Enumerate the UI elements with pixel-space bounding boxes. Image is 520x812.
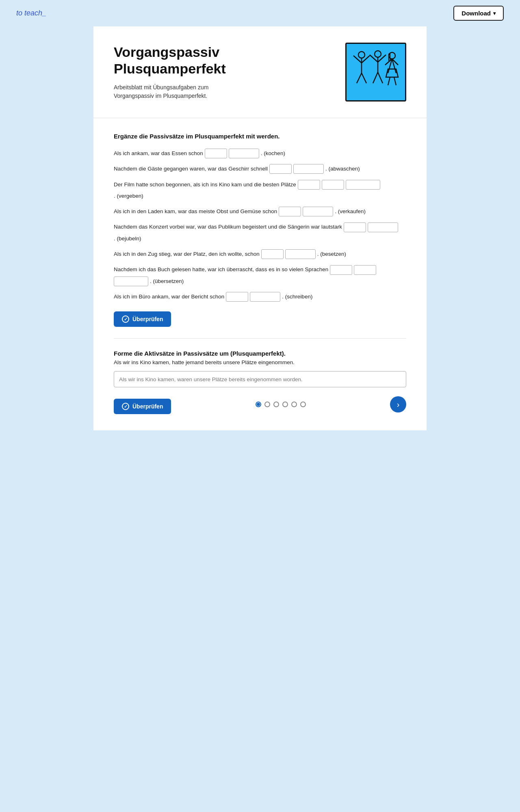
main-container: Vorgangspassiv Plusquamperfekt Arbeitsbl… [89,26,431,430]
exercise1: Ergänze die Passivsätze im Plusquamperfe… [114,133,406,327]
svg-line-10 [373,72,378,83]
exercise1-row-7: Nachdem ich das Buch gelesen hatte, war … [114,265,406,286]
pagination-dot-4[interactable] [282,402,288,407]
row5-input2[interactable] [368,222,398,232]
svg-line-9 [378,55,386,62]
row7-input1[interactable] [330,265,352,275]
row1-input1[interactable] [205,149,227,158]
svg-line-8 [370,55,378,62]
exercise1-row-1: Als ich ankam, war das Essen schon . (ko… [114,149,406,158]
check-icon-2: ✓ [122,403,129,410]
svg-line-3 [362,56,370,63]
next-button[interactable]: › [390,396,406,412]
row1-input2[interactable] [229,149,259,158]
row5-input1[interactable] [344,222,366,232]
exercise2-check-button[interactable]: ✓ Überprüfen [114,399,171,414]
pagination-dot-1[interactable] [256,402,261,407]
page-title: Vorgangspassiv Plusquamperfekt [114,44,244,77]
section-divider [114,338,406,339]
svg-line-18 [388,77,390,85]
row2-input2[interactable] [293,164,324,174]
exercise1-row-4: Als ich in den Laden kam, war das meiste… [114,207,406,216]
content-card: Ergänze die Passivsätze im Plusquamperfe… [93,118,427,430]
pagination-dot-5[interactable] [291,402,297,407]
row6-input1[interactable] [261,249,284,259]
hero-card: Vorgangspassiv Plusquamperfekt Arbeitsbl… [93,26,427,118]
svg-point-0 [358,52,365,58]
exercise1-row-8: Als ich im Büro ankam, war der Bericht s… [114,292,406,302]
download-button[interactable]: Download ▾ [453,6,504,21]
row3-input1[interactable] [298,180,320,190]
hero-text: Vorgangspassiv Plusquamperfekt Arbeitsbl… [114,44,244,101]
exercise2-prompt: Als wir ins Kino kamen, hatte jemand ber… [114,359,406,365]
bottom-row: ✓ Überprüfen › [114,395,406,414]
pagination-dot-3[interactable] [273,402,279,407]
svg-line-5 [362,73,366,83]
exercise1-row-3: Der Film hatte schon begonnen, als ich i… [114,180,406,201]
exercise2-title: Forme die Aktivsätze in Passivsätze um (… [114,350,406,357]
row3-input3[interactable] [346,180,380,190]
row8-input1[interactable] [226,292,248,302]
svg-line-11 [378,72,383,83]
exercise1-check-button[interactable]: ✓ Überprüfen [114,311,171,327]
pagination [171,402,390,407]
exercise2: Forme die Aktivsätze in Passivsätze um (… [114,350,406,414]
row8-input2[interactable] [250,292,280,302]
site-header: to teach_ Download ▾ [0,0,520,26]
exercise1-row-6: Als ich in den Zug stieg, war der Platz,… [114,249,406,259]
exercise2-input[interactable] [114,371,406,387]
row4-input1[interactable] [279,207,301,216]
row2-input1[interactable] [269,164,292,174]
row7-input2[interactable] [354,265,376,275]
exercise1-title: Ergänze die Passivsätze im Plusquamperfe… [114,133,406,140]
hero-image [345,43,406,102]
pagination-dot-2[interactable] [264,402,270,407]
row4-input2[interactable] [303,207,333,216]
page-description: Arbeitsblatt mit Übungsaufgaben zum Vorg… [114,83,244,100]
exercise1-row-5: Nachdem das Konzert vorbei war, war das … [114,222,406,244]
check-icon: ✓ [122,315,129,323]
svg-line-19 [394,77,396,85]
svg-line-2 [353,56,362,63]
svg-point-6 [375,51,381,57]
row7-input3[interactable] [114,276,148,286]
row3-input2[interactable] [322,180,344,190]
svg-marker-17 [386,69,398,77]
logo: to teach_ [16,9,46,17]
pagination-dot-6[interactable] [300,402,306,407]
svg-line-4 [357,73,362,83]
exercise1-row-2: Nachdem die Gäste gegangen waren, war da… [114,164,406,174]
row6-input2[interactable] [285,249,316,259]
